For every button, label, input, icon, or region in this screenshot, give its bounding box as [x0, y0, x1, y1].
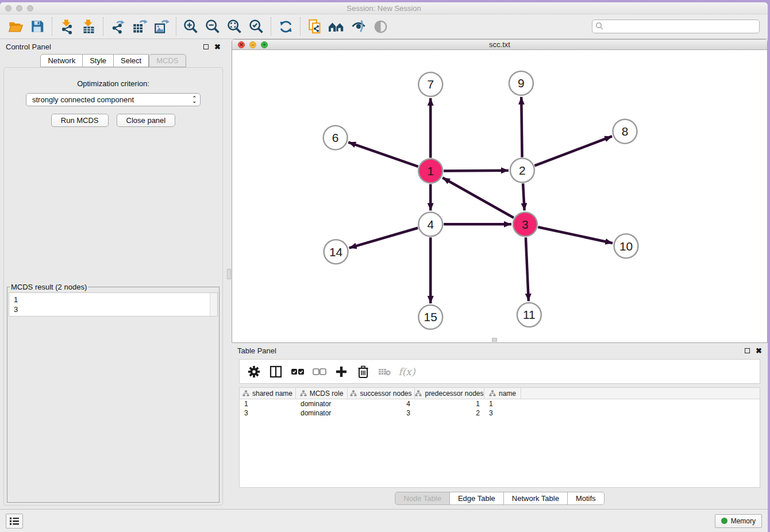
toolbar-separator	[300, 17, 301, 36]
table-cell[interactable]: 2	[415, 408, 484, 418]
export-network-icon	[110, 19, 126, 34]
column-header-MCDS-role[interactable]: MCDS role	[296, 388, 348, 399]
panel-splitter[interactable]	[226, 39, 232, 509]
tab-mcds[interactable]: MCDS	[149, 54, 186, 67]
close-panel-button[interactable]: Close panel	[117, 114, 176, 127]
clone-network-button[interactable]	[304, 16, 326, 37]
control-panel-tabs: NetworkStyleSelectMCDS	[0, 54, 226, 67]
table-cell[interactable]: 3	[348, 408, 415, 418]
graph-edge-4-14[interactable]	[349, 228, 418, 248]
float-table-panel-icon[interactable]	[745, 348, 750, 353]
table-cell[interactable]: 3	[484, 408, 521, 418]
graph-edge-1-2[interactable]	[444, 171, 509, 171]
table-cell[interactable]: 1	[240, 399, 296, 408]
zoom-fit-icon	[226, 18, 242, 34]
import-network-button[interactable]	[56, 16, 78, 37]
memory-button[interactable]: Memory	[715, 514, 762, 528]
zoom-fit-button[interactable]	[224, 16, 245, 37]
tab-select[interactable]: Select	[114, 54, 149, 67]
columns-icon	[269, 365, 283, 379]
graph-node-label-10: 10	[619, 240, 633, 253]
optimization-label: Optimization criterion:	[4, 79, 222, 88]
graph-node-label-14: 14	[329, 245, 343, 259]
hierarchy-icon	[242, 390, 249, 397]
delete-column-button[interactable]	[353, 362, 373, 381]
unchecked-boxes-icon	[312, 364, 327, 379]
column-header-name[interactable]: name	[484, 388, 521, 399]
zoom-out-button[interactable]	[202, 16, 224, 37]
network-graph[interactable]: 7968124314101511	[232, 50, 767, 342]
table-cell[interactable]: 1	[484, 399, 521, 408]
copy-network-icon	[307, 19, 323, 34]
toolbar-separator	[271, 17, 271, 36]
optimization-dropdown[interactable]: strongly connected component ⌃⌄	[26, 93, 201, 106]
select-all-columns-button[interactable]	[288, 362, 307, 381]
search-box	[592, 20, 760, 33]
apply-layout-button[interactable]	[275, 16, 297, 37]
save-session-button[interactable]	[26, 16, 48, 37]
tab-motifs[interactable]: Motifs	[568, 492, 605, 505]
tab-network[interactable]: Network	[40, 54, 83, 67]
table-tabs: Node TableEdge TableNetwork TableMotifs	[232, 488, 768, 509]
graph-edge-3-1[interactable]	[442, 178, 514, 218]
table-header: shared nameMCDS rolesuccessor nodesprede…	[240, 388, 760, 399]
graph-edge-1-6[interactable]	[348, 142, 418, 167]
tab-style[interactable]: Style	[83, 54, 114, 67]
close-table-panel-icon[interactable]: ✖	[756, 347, 762, 354]
table-settings-button[interactable]	[244, 362, 264, 381]
table-cell[interactable]: 1	[415, 399, 484, 408]
graph-node-label-2: 2	[519, 164, 526, 177]
close-panel-icon[interactable]: ✖	[214, 43, 221, 51]
tab-network-table[interactable]: Network Table	[504, 492, 568, 505]
graph-edge-3-10[interactable]	[538, 227, 613, 243]
mcds-result-group: MCDS result (2 nodes) 13	[7, 283, 220, 503]
graph-edge-3-11[interactable]	[526, 237, 529, 301]
export-table-button[interactable]	[129, 16, 151, 37]
table-row[interactable]: 1dominator411	[240, 399, 760, 408]
network-canvas[interactable]: 7968124314101511	[232, 50, 767, 342]
eye-disabled-button[interactable]	[369, 16, 391, 37]
hide-details-button[interactable]	[348, 16, 369, 37]
run-mcds-button[interactable]: Run MCDS	[51, 114, 109, 127]
graph-edge-2-9[interactable]	[521, 97, 522, 157]
column-header-predecessor-nodes[interactable]: predecessor nodes	[415, 388, 484, 399]
import-table-button[interactable]	[78, 16, 99, 37]
export-table-icon	[132, 19, 148, 34]
column-header-successor-nodes[interactable]: successor nodes	[348, 388, 415, 399]
create-column-button[interactable]	[332, 362, 351, 381]
result-scrollbar[interactable]	[210, 293, 217, 316]
table-row[interactable]: 3dominator323	[240, 408, 760, 418]
show-networks-button[interactable]	[326, 16, 348, 37]
function-builder-button[interactable]: f(x)	[397, 362, 417, 381]
graph-node-label-15: 15	[424, 310, 437, 323]
show-column-panel-button[interactable]	[266, 362, 286, 381]
tab-edge-table[interactable]: Edge Table	[450, 492, 504, 505]
export-network-button[interactable]	[107, 16, 129, 37]
zoom-out-icon	[205, 18, 221, 34]
column-header-shared-name[interactable]: shared name	[240, 388, 296, 399]
eye-disabled-icon	[373, 19, 388, 34]
graph-node-label-8: 8	[622, 125, 629, 138]
export-image-button[interactable]	[151, 16, 172, 37]
zoom-in-button[interactable]	[180, 16, 202, 37]
open-session-button[interactable]	[5, 16, 26, 37]
deselect-all-columns-button[interactable]	[310, 362, 329, 381]
table-cell[interactable]: 4	[348, 399, 415, 408]
graph-edge-2-8[interactable]	[534, 136, 612, 165]
zoom-selected-button[interactable]	[245, 16, 267, 37]
node-table: shared nameMCDS rolesuccessor nodesprede…	[239, 387, 760, 488]
float-panel-icon[interactable]	[203, 44, 209, 49]
table-cell[interactable]: dominator	[296, 408, 348, 418]
show-tasks-button[interactable]	[6, 514, 23, 529]
search-input[interactable]	[592, 20, 760, 33]
canvas-hscroll-thumb[interactable]	[492, 338, 497, 342]
fx-icon: f(x)	[398, 366, 415, 377]
graph-edge-2-3[interactable]	[523, 184, 524, 211]
mcds-result-text[interactable]: 13	[9, 292, 218, 317]
toolbar-separator	[103, 17, 103, 36]
tab-node-table[interactable]: Node Table	[395, 492, 450, 505]
table-cell[interactable]: dominator	[296, 399, 348, 408]
table-cell[interactable]: 3	[240, 408, 296, 418]
splitter-handle[interactable]	[227, 269, 231, 279]
delete-table-button[interactable]	[375, 362, 395, 381]
